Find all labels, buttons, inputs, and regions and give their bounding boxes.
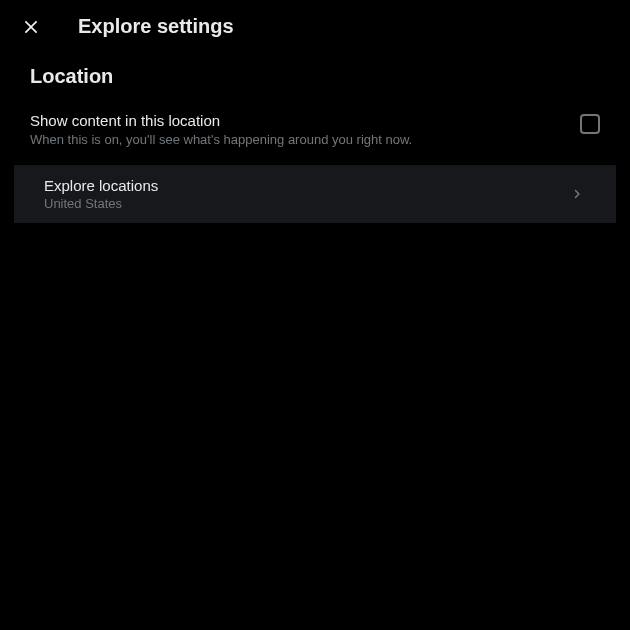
close-icon [21, 17, 41, 37]
setting-description: When this is on, you'll see what's happe… [30, 132, 580, 149]
setting-text: Show content in this location When this … [30, 112, 580, 149]
section-heading-location: Location [14, 53, 630, 100]
explore-locations-row[interactable]: Explore locations United States [14, 165, 616, 223]
nav-title: Explore locations [44, 177, 158, 194]
setting-title: Show content in this location [30, 112, 580, 129]
nav-subtitle: United States [44, 196, 158, 211]
page-title: Explore settings [78, 15, 234, 38]
header: Explore settings [0, 0, 630, 53]
chevron-right-icon [568, 185, 586, 203]
show-content-checkbox[interactable] [580, 114, 600, 134]
setting-show-content-location: Show content in this location When this … [0, 100, 630, 161]
close-button[interactable] [14, 10, 48, 44]
nav-text: Explore locations United States [44, 177, 158, 211]
